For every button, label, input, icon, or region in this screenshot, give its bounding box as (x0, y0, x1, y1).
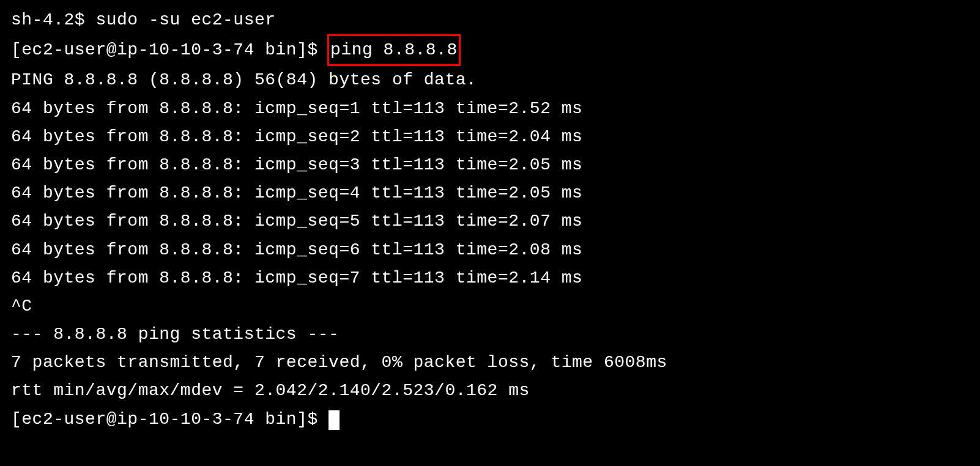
command-text: sudo -su ec2-user (95, 10, 275, 29)
ping-reply: 64 bytes from 8.8.8.8: icmp_seq=4 ttl=11… (11, 179, 969, 207)
ping-reply: 64 bytes from 8.8.8.8: icmp_seq=5 ttl=11… (11, 207, 969, 235)
terminal-line[interactable]: [ec2-user@ip-10-10-3-74 bin]$ (11, 405, 969, 434)
ping-reply: 64 bytes from 8.8.8.8: icmp_seq=2 ttl=11… (11, 123, 969, 151)
shell-prompt: [ec2-user@ip-10-10-3-74 bin]$ (11, 410, 329, 429)
ping-stats-header: --- 8.8.8.8 ping statistics --- (11, 320, 969, 349)
highlighted-command: ping 8.8.8.8 (327, 34, 461, 66)
shell-prompt: sh-4.2$ (11, 10, 95, 29)
ping-reply: 64 bytes from 8.8.8.8: icmp_seq=7 ttl=11… (11, 264, 969, 292)
ping-reply: 64 bytes from 8.8.8.8: icmp_seq=3 ttl=11… (11, 151, 969, 179)
interrupt-signal: ^C (11, 292, 969, 320)
ping-stats-packets: 7 packets transmitted, 7 received, 0% pa… (11, 349, 969, 377)
ping-reply: 64 bytes from 8.8.8.8: icmp_seq=1 ttl=11… (11, 95, 969, 123)
cursor-icon (329, 410, 340, 430)
ping-stats-rtt: rtt min/avg/max/mdev = 2.042/2.140/2.523… (11, 377, 969, 405)
terminal-line: sh-4.2$ sudo -su ec2-user (11, 6, 969, 34)
terminal-line: [ec2-user@ip-10-10-3-74 bin]$ ping 8.8.8… (11, 34, 969, 66)
shell-prompt: [ec2-user@ip-10-10-3-74 bin]$ (11, 40, 329, 59)
ping-reply: 64 bytes from 8.8.8.8: icmp_seq=6 ttl=11… (11, 236, 969, 264)
ping-header: PING 8.8.8.8 (8.8.8.8) 56(84) bytes of d… (11, 66, 969, 94)
